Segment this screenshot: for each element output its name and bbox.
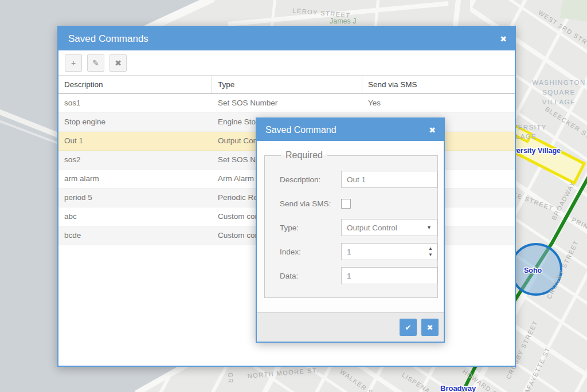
cell-description: bcde: [58, 226, 212, 245]
dialog-body: Required Description: Send via SMS: Type…: [257, 150, 444, 321]
form-row-description: Description:: [280, 171, 437, 188]
confirm-button[interactable]: ✔: [400, 319, 417, 336]
sms-checkbox[interactable]: [341, 199, 351, 209]
cell-description: sos1: [58, 94, 212, 112]
form-row-data: Data:: [280, 267, 437, 284]
plus-icon: +: [71, 58, 76, 68]
form-row-type: Type: Output Control ▼: [280, 219, 437, 236]
delete-command-button[interactable]: ✖: [109, 54, 127, 72]
chevron-down-icon: ▼: [426, 225, 432, 230]
close-icon[interactable]: ✖: [429, 126, 436, 134]
cancel-button[interactable]: ✖: [421, 319, 439, 336]
close-icon[interactable]: ✖: [500, 35, 507, 43]
table-header: Description Type Send via SMS: [58, 76, 515, 94]
cell-description: arm alarm: [58, 170, 212, 188]
description-label: Description:: [280, 175, 341, 184]
check-icon: ✔: [405, 323, 412, 332]
spin-up-icon[interactable]: ▲: [428, 245, 433, 252]
table-row[interactable]: sos1 Set SOS Number Yes: [58, 94, 515, 113]
area-label-washington-1: WASHINGTON: [532, 79, 586, 86]
saved-command-titlebar[interactable]: Saved Command ✖: [257, 119, 444, 141]
saved-command-title: Saved Command: [265, 125, 336, 135]
saved-commands-titlebar[interactable]: Saved Commands ✖: [58, 27, 515, 50]
saved-commands-title: Saved Commands: [68, 33, 148, 45]
required-fieldset: Required Description: Send via SMS: Type…: [264, 150, 438, 298]
data-field[interactable]: [341, 267, 437, 284]
column-header-description[interactable]: Description: [58, 76, 212, 93]
data-label: Data:: [280, 272, 341, 280]
cell-description: sos2: [58, 151, 212, 169]
sms-label: Send via SMS:: [280, 199, 341, 208]
column-header-type[interactable]: Type: [212, 76, 362, 93]
area-label-washington-3: VILLAGE: [542, 99, 576, 105]
x-icon: ✖: [427, 323, 433, 332]
dialog-footer: ✔ ✖: [257, 312, 444, 342]
form-row-index: Index: 1 ▲ ▼: [280, 243, 437, 260]
type-label: Type:: [280, 224, 341, 232]
poi-label-broadway[interactable]: Broadway: [440, 384, 476, 392]
type-select-value: Output Control: [347, 224, 397, 232]
spin-down-icon[interactable]: ▼: [428, 252, 433, 258]
cell-description: Stop engine: [58, 113, 212, 131]
edit-command-button[interactable]: ✎: [87, 54, 104, 72]
fieldset-legend: Required: [281, 150, 327, 160]
saved-command-dialog: Saved Command ✖ Required Description: Se…: [256, 117, 445, 343]
cell-description: abc: [58, 207, 212, 226]
cell-sms: Yes: [362, 94, 515, 112]
poi-label-soho[interactable]: Soho: [524, 266, 542, 275]
cell-type: Set SOS Number: [212, 94, 362, 112]
stepper-arrows[interactable]: ▲ ▼: [428, 245, 433, 258]
add-command-button[interactable]: +: [65, 54, 82, 72]
x-icon: ✖: [115, 58, 122, 68]
commands-toolbar: + ✎ ✖: [58, 50, 515, 76]
area-label-washington-2: SQUARE: [542, 89, 576, 96]
cell-description: period 5: [58, 189, 212, 207]
type-select[interactable]: Output Control ▼: [341, 219, 437, 236]
form-row-sms: Send via SMS:: [280, 195, 437, 212]
pencil-icon: ✎: [92, 58, 99, 68]
index-stepper[interactable]: 1 ▲ ▼: [341, 243, 437, 260]
cell-description: Out 1: [58, 132, 212, 150]
column-header-sms[interactable]: Send via SMS: [362, 76, 515, 93]
description-field[interactable]: [341, 171, 437, 188]
index-value: 1: [347, 248, 351, 256]
street-label-greenwich: GR: [227, 373, 234, 384]
app-stage: LEROY STREET James J WEST 3RD STR WASHIN…: [0, 0, 587, 392]
index-label: Index:: [280, 248, 341, 256]
park-label-james: James J: [330, 17, 357, 25]
